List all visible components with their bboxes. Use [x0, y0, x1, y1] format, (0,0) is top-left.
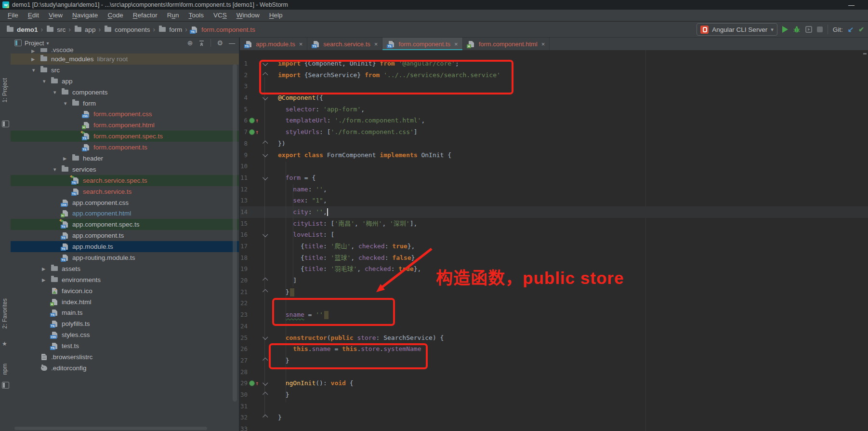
tree-item-form.component.ts[interactable]: TSform.component.ts	[11, 142, 239, 153]
menu-edit[interactable]: Edit	[23, 12, 44, 19]
project-tree-horizontal-scrollbar[interactable]	[14, 427, 207, 430]
menu-code[interactable]: Code	[103, 12, 128, 19]
code-line-23[interactable]: 23 sname = ''	[240, 309, 868, 321]
fold-marker-icon[interactable]	[260, 153, 270, 157]
fold-marker-icon[interactable]	[260, 233, 270, 237]
title-bar[interactable]: W demo1 [D:\study\angular\demo1] - ...\s…	[0, 0, 868, 10]
code-line-32[interactable]: 32}	[240, 412, 868, 423]
code-line-28[interactable]: 28	[240, 366, 868, 378]
code-line-25[interactable]: 25 constructor(public store: SearchServi…	[240, 332, 868, 344]
code-line-20[interactable]: 20 ]	[240, 275, 868, 286]
tool-button-favorites[interactable]: 2: Favorites	[1, 298, 8, 329]
code-line-26[interactable]: 26 this.sname = this.store.systemName	[240, 343, 868, 355]
project-tree-vertical-scrollbar[interactable]	[233, 64, 237, 402]
code-line-9[interactable]: 9export class FormComponent implements O…	[240, 149, 868, 161]
tree-item-test.ts[interactable]: TStest.ts	[11, 340, 239, 351]
tree-item-styles.css[interactable]: CSSstyles.css	[11, 329, 239, 340]
tree-item-assets[interactable]: ▶assets	[11, 263, 239, 274]
project-panel-title[interactable]: Project	[25, 40, 44, 47]
chevron-right-icon[interactable]: ▶	[40, 266, 50, 271]
fold-marker-icon[interactable]	[260, 393, 270, 397]
code-line-3[interactable]: 3	[240, 81, 868, 92]
fold-marker-icon[interactable]	[260, 73, 270, 77]
tree-item-app.module.ts[interactable]: TSapp.module.ts	[11, 241, 239, 252]
code-line-7[interactable]: 7↑ styleUrls: ['./form.component.css']	[240, 126, 868, 138]
fold-marker-icon[interactable]	[260, 416, 270, 419]
tree-item-node_modules[interactable]: ▶node_moduleslibrary root	[11, 54, 239, 65]
breadcrumb-components[interactable]: components	[104, 26, 150, 33]
breadcrumb-app[interactable]: app	[74, 26, 96, 33]
menu-tools[interactable]: Tools	[184, 12, 209, 19]
code-line-22[interactable]: 22	[240, 297, 868, 309]
code-line-21[interactable]: 21 }	[240, 286, 868, 298]
tree-item-app.component.css[interactable]: CSSapp.component.css	[11, 197, 239, 208]
menu-window[interactable]: Window	[232, 12, 264, 19]
code-line-29[interactable]: 29↑ ngOnInit(): void {	[240, 377, 868, 389]
project-tool-icon[interactable]	[2, 121, 9, 127]
tree-item-header[interactable]: ▶header	[11, 153, 239, 164]
menu-file[interactable]: File	[3, 12, 23, 19]
code-line-18[interactable]: 18 {title: '篮球', checked: false},	[240, 252, 868, 264]
tree-item-form.component.html[interactable]: Hform.component.html	[11, 120, 239, 131]
chevron-down-icon[interactable]: ▼	[30, 67, 39, 73]
collapse-all-icon[interactable]	[198, 40, 205, 46]
npm-tool-icon[interactable]	[2, 382, 9, 389]
menu-navigate[interactable]: Navigate	[67, 12, 103, 19]
close-icon[interactable]: ×	[454, 40, 458, 48]
close-icon[interactable]: ×	[299, 40, 303, 48]
code-line-31[interactable]: 31	[240, 401, 868, 412]
gear-icon[interactable]: ⚙	[217, 39, 223, 47]
breadcrumb-form.component.ts[interactable]: TSform.component.ts	[190, 26, 255, 33]
code-line-15[interactable]: 15 cityList: ['南昌', '梅州', '深圳'],	[240, 218, 868, 229]
star-icon[interactable]: ★	[2, 340, 7, 347]
tab-app.module.ts[interactable]: TSapp.module.ts×	[240, 38, 307, 50]
git-update-project-button[interactable]: ↙	[848, 25, 854, 34]
gutter-related-symbol-icon[interactable]: ↑	[248, 129, 260, 135]
tree-item-environments[interactable]: ▶environments	[11, 274, 239, 285]
tree-item-form[interactable]: ▼form	[11, 98, 239, 109]
close-icon[interactable]: ×	[541, 40, 545, 48]
breadcrumb-src[interactable]: src	[46, 26, 66, 33]
code-line-12[interactable]: 12 name: '',	[240, 184, 868, 195]
tree-item-.editorconfig[interactable]: .editorconfig	[11, 363, 239, 374]
tree-item-search.service.ts[interactable]: TSsearch.service.ts	[11, 186, 239, 197]
code-line-4[interactable]: 4@Component({	[240, 92, 868, 104]
stop-button[interactable]	[817, 27, 823, 32]
tree-item-services[interactable]: ▼services	[11, 164, 239, 175]
code-line-6[interactable]: 6↑ templateUrl: './form.component.html',	[240, 115, 868, 126]
code-line-17[interactable]: 17 {title: '爬山', checked: true},	[240, 241, 868, 252]
tree-item-polyfills.ts[interactable]: TSpolyfills.ts	[11, 318, 239, 329]
code-line-16[interactable]: 16 loveList: [	[240, 229, 868, 241]
run-with-coverage-button[interactable]	[805, 26, 812, 33]
code-editor[interactable]: 1import {Component, OnInit} from '@angul…	[240, 50, 868, 431]
locate-file-icon[interactable]: ⊕	[187, 39, 193, 47]
code-line-27[interactable]: 27 }	[240, 355, 868, 366]
chevron-down-icon[interactable]: ▼	[51, 90, 61, 95]
menu-run[interactable]: Run	[162, 12, 184, 19]
fold-marker-icon[interactable]	[260, 336, 270, 339]
fold-marker-icon[interactable]	[260, 359, 270, 363]
fold-marker-icon[interactable]	[260, 176, 270, 180]
tree-item-app.component.ts[interactable]: TSapp.component.ts	[11, 230, 239, 241]
code-line-30[interactable]: 30 }	[240, 389, 868, 401]
chevron-right-icon[interactable]: ▶	[62, 156, 71, 161]
code-line-10[interactable]: 10	[240, 161, 868, 172]
tree-item-components[interactable]: ▼components	[11, 87, 239, 98]
tree-item-app.component.spec.ts[interactable]: TSapp.component.spec.ts	[11, 219, 239, 230]
code-line-13[interactable]: 13 sex: "1",	[240, 195, 868, 206]
fold-marker-icon[interactable]	[260, 96, 270, 100]
tree-item-search.service.spec.ts[interactable]: TSsearch.service.spec.ts	[11, 175, 239, 186]
chevron-down-icon[interactable]: ▼	[62, 101, 71, 106]
fold-marker-icon[interactable]	[260, 142, 270, 146]
tree-item-form.component.css[interactable]: CSSform.component.css	[11, 108, 239, 120]
gutter-related-symbol-icon[interactable]: ↑	[248, 118, 260, 123]
chevron-right-icon[interactable]: ▶	[30, 56, 39, 62]
breadcrumb-demo1[interactable]: demo1	[6, 26, 38, 33]
tree-item-.vscode[interactable]: ▶.vscode	[11, 48, 239, 54]
chevron-down-icon[interactable]: ▼	[40, 79, 50, 84]
code-line-5[interactable]: 5 selector: 'app-form',	[240, 104, 868, 115]
code-line-24[interactable]: 24	[240, 321, 868, 332]
menu-refactor[interactable]: Refactor	[128, 12, 162, 19]
minimize-window-button[interactable]: —	[848, 1, 868, 9]
chevron-right-icon[interactable]: ▶	[40, 277, 50, 283]
